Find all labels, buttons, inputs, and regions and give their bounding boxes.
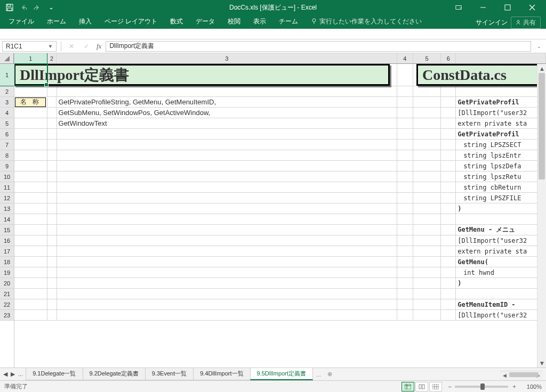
tab-team[interactable]: チーム (272, 14, 304, 29)
cell[interactable] (57, 129, 397, 139)
cell[interactable] (441, 140, 456, 150)
formula-input[interactable]: DllImport定義書 (106, 41, 531, 52)
confirm-formula-button[interactable]: ✓ (81, 41, 92, 52)
tab-insert[interactable]: 挿入 (73, 14, 98, 29)
cells-area[interactable]: DllImport定義書 ConstData.cs 名 称GetPrivateP… (14, 64, 546, 321)
cell[interactable]: GetWindowText (57, 118, 397, 128)
cell[interactable] (47, 150, 57, 160)
cell[interactable] (397, 299, 413, 309)
cell[interactable] (441, 172, 456, 182)
row-header[interactable]: 8 (0, 150, 14, 161)
cell[interactable] (14, 225, 47, 235)
cell[interactable]: string lpszRetu (456, 172, 546, 182)
redo-icon[interactable] (33, 3, 42, 12)
sheet-tab[interactable]: 9.1Delegate一覧 (26, 368, 83, 380)
tab-data[interactable]: データ (189, 14, 221, 29)
cell[interactable] (441, 182, 456, 192)
cell[interactable] (47, 267, 57, 277)
cell[interactable] (47, 299, 57, 309)
col-header[interactable]: 4 (397, 53, 413, 63)
cell[interactable] (413, 150, 441, 160)
cell[interactable] (14, 172, 47, 182)
cell[interactable] (14, 235, 47, 246)
cell[interactable] (14, 257, 47, 267)
cell[interactable] (47, 214, 57, 224)
cell[interactable]: string lpszDefa (456, 161, 546, 171)
cell[interactable] (47, 108, 57, 118)
cell[interactable] (57, 310, 397, 320)
row-header[interactable]: 21 (0, 289, 14, 299)
col-header[interactable] (456, 53, 546, 63)
cell[interactable] (413, 225, 441, 235)
cell[interactable]: [DllImport("user32 (456, 310, 546, 320)
tab-review[interactable]: 校閲 (221, 14, 247, 29)
row-header[interactable]: 6 (0, 129, 14, 140)
cell[interactable] (397, 267, 413, 277)
cell[interactable] (441, 257, 456, 267)
select-all-button[interactable] (0, 53, 14, 64)
signin-link[interactable]: サインイン (476, 18, 508, 27)
zoom-slider[interactable] (455, 386, 508, 388)
cell[interactable] (397, 246, 413, 256)
row-header[interactable]: 12 (0, 193, 14, 203)
row-header[interactable]: 17 (0, 246, 14, 257)
cell[interactable] (47, 129, 57, 139)
cell[interactable] (413, 86, 441, 96)
view-pagelayout-button[interactable] (415, 382, 428, 391)
cell[interactable] (441, 203, 456, 214)
tab-home[interactable]: ホーム (41, 14, 73, 29)
cell[interactable] (413, 289, 441, 299)
cell[interactable] (397, 289, 413, 299)
cell[interactable] (441, 225, 456, 235)
cell[interactable] (14, 161, 47, 171)
cell[interactable] (47, 97, 57, 107)
tab-nav-prev[interactable]: ◀ (3, 371, 7, 378)
cell[interactable] (413, 172, 441, 182)
cell[interactable]: GetPrivateProfil (456, 129, 546, 139)
cell[interactable] (47, 86, 57, 96)
cell[interactable] (441, 235, 456, 246)
cell[interactable] (397, 235, 413, 246)
tab-nav-more-right[interactable]: ... (313, 371, 324, 378)
qat-dropdown-icon[interactable] (47, 3, 55, 12)
cell[interactable] (397, 278, 413, 288)
col-header[interactable]: 1 (14, 53, 47, 63)
cell[interactable] (14, 193, 47, 203)
row-header[interactable]: 22 (0, 299, 14, 310)
row-header[interactable]: 13 (0, 203, 14, 214)
grid[interactable]: 1 2 3 4 5 6 DllImport定義書 ConstData.cs 名 … (14, 53, 546, 368)
cell[interactable] (14, 182, 47, 192)
cell[interactable]: extern private sta (456, 118, 546, 128)
cell[interactable] (57, 267, 397, 277)
cell[interactable]: GetPrivateProfileString, GetMenu, GetMen… (57, 97, 397, 107)
scroll-down-button[interactable]: ▼ (537, 358, 546, 368)
cell[interactable] (441, 108, 456, 118)
fx-icon[interactable]: fx (95, 42, 102, 51)
cell[interactable]: int hwnd (456, 267, 546, 277)
row-header[interactable]: 2 (0, 86, 14, 97)
cell[interactable]: [DllImport("user32 (456, 235, 546, 246)
cell[interactable] (14, 246, 47, 256)
cell[interactable] (57, 193, 397, 203)
cell[interactable] (413, 129, 441, 139)
cell[interactable] (14, 108, 47, 118)
row-header[interactable]: 14 (0, 214, 14, 225)
cell[interactable] (413, 299, 441, 309)
cell[interactable]: string lpszEntr (456, 150, 546, 160)
cell[interactable] (413, 182, 441, 192)
cell[interactable] (47, 246, 57, 256)
cell[interactable] (57, 150, 397, 160)
cell[interactable] (413, 257, 441, 267)
cell[interactable]: string cbReturn (456, 182, 546, 192)
cell[interactable] (441, 161, 456, 171)
cell[interactable] (441, 193, 456, 203)
cell[interactable] (456, 289, 546, 299)
row-header[interactable]: 20 (0, 278, 14, 289)
cell[interactable] (441, 86, 456, 96)
cell[interactable] (397, 86, 413, 96)
cell[interactable] (397, 172, 413, 182)
tab-view[interactable]: 表示 (247, 14, 272, 29)
cell[interactable] (47, 118, 57, 128)
cell[interactable]: GetMenuItemID - (456, 299, 546, 309)
undo-icon[interactable] (19, 3, 28, 12)
